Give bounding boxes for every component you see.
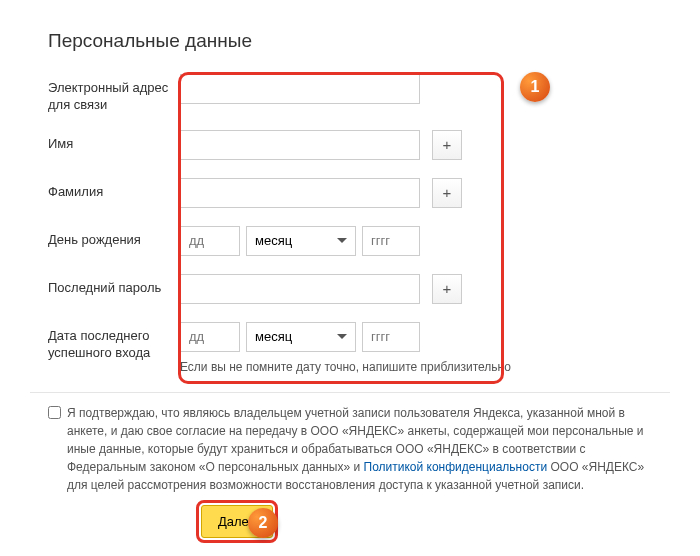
divider <box>30 392 670 393</box>
lastlogin-day-input[interactable] <box>180 322 240 352</box>
annotation-marker-2: 2 <box>248 508 278 538</box>
lastlogin-label: Дата последнего успешного входа <box>48 322 180 362</box>
lastpassword-add-button[interactable]: + <box>432 274 462 304</box>
birthday-day-input[interactable] <box>180 226 240 256</box>
lastname-input[interactable] <box>180 178 420 208</box>
firstname-label: Имя <box>48 130 180 153</box>
birthday-label: День рождения <box>48 226 180 249</box>
birthday-month-select[interactable]: месяц <box>246 226 356 256</box>
firstname-add-button[interactable]: + <box>432 130 462 160</box>
date-hint: Если вы не помните дату точно, напишите … <box>180 360 511 374</box>
lastname-add-button[interactable]: + <box>432 178 462 208</box>
lastpassword-input[interactable] <box>180 274 420 304</box>
email-label: Электронный адрес для связи <box>48 74 180 114</box>
email-input[interactable] <box>180 74 420 104</box>
consent-checkbox[interactable] <box>48 406 61 419</box>
birthday-year-input[interactable] <box>362 226 420 256</box>
consent-block: Я подтверждаю, что являюсь владельцем уч… <box>48 404 652 494</box>
privacy-policy-link[interactable]: Политикой конфиденциальности <box>364 460 548 474</box>
page-title: Персональные данные <box>48 30 652 52</box>
annotation-marker-1: 1 <box>520 72 550 102</box>
lastname-label: Фамилия <box>48 178 180 201</box>
lastlogin-month-select[interactable]: месяц <box>246 322 356 352</box>
lastlogin-year-input[interactable] <box>362 322 420 352</box>
lastpassword-label: Последний пароль <box>48 274 180 297</box>
firstname-input[interactable] <box>180 130 420 160</box>
